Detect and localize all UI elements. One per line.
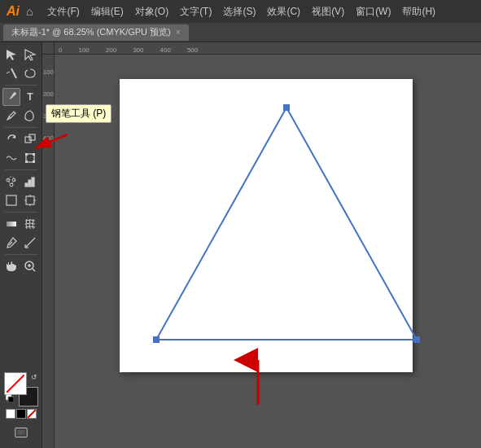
hand-tool-button[interactable] — [2, 257, 20, 275]
tool-row-shape — [2, 191, 40, 209]
tool-row-pencil — [2, 107, 40, 125]
tool-row-eyedropper — [2, 234, 40, 252]
triangle-shape[interactable] — [156, 108, 417, 340]
tool-row-gradient — [2, 215, 40, 233]
svg-rect-42 — [17, 430, 25, 435]
tool-row-warp — [2, 149, 40, 167]
tool-row-symbol — [2, 173, 40, 191]
svg-rect-14 — [25, 160, 28, 163]
svg-rect-24 — [26, 196, 34, 204]
menu-object[interactable]: 对象(O) — [130, 3, 173, 20]
menu-file[interactable]: 文件(F) — [42, 3, 84, 20]
measure-tool-button[interactable] — [21, 234, 39, 252]
anchor-top[interactable] — [283, 104, 290, 111]
black-swatch[interactable] — [16, 409, 26, 419]
menu-text[interactable]: 文字(T) — [175, 3, 216, 20]
title-bar: Ai ⌂ 文件(F) 编辑(E) 对象(O) 文字(T) 选择(S) 效果(C)… — [0, 0, 481, 23]
tool-row-zoom — [2, 257, 40, 275]
menu-help[interactable]: 帮助(H) — [397, 3, 440, 20]
main-layout: T — [0, 42, 481, 448]
shape-tool-button[interactable] — [2, 191, 20, 209]
zoom-tool-button[interactable] — [21, 257, 39, 275]
svg-rect-12 — [25, 153, 28, 156]
fill-color-box[interactable] — [5, 373, 26, 394]
artboard-tool-button[interactable] — [21, 191, 39, 209]
pencil-tool-button[interactable] — [2, 107, 20, 125]
select-tool-button[interactable] — [2, 46, 20, 64]
svg-marker-0 — [7, 50, 16, 60]
ruler-vertical: 0 100 200 300 400 — [42, 42, 55, 448]
svg-line-7 — [9, 116, 11, 118]
document-tab[interactable]: 未标题-1* @ 68.25% (CMYK/GPU 预览) × — [3, 24, 189, 41]
svg-marker-1 — [25, 50, 35, 60]
canvas-area[interactable] — [55, 55, 481, 448]
separator-3 — [5, 169, 37, 170]
separator-2 — [5, 127, 37, 128]
tool-row-magic — [2, 64, 40, 82]
home-icon[interactable]: ⌂ — [26, 5, 33, 18]
menu-bar: 文件(F) 编辑(E) 对象(O) 文字(T) 选择(S) 效果(C) 视图(V… — [42, 3, 440, 20]
svg-rect-21 — [28, 180, 31, 187]
column-chart-button[interactable] — [21, 173, 39, 191]
menu-window[interactable]: 窗口(W) — [351, 3, 396, 20]
svg-rect-23 — [7, 195, 16, 205]
svg-line-35 — [33, 269, 35, 271]
tool-row-rotate — [2, 130, 40, 148]
rotate-tool-button[interactable] — [2, 130, 20, 148]
lasso-tool-button[interactable] — [21, 64, 39, 82]
magic-wand-button[interactable] — [2, 64, 20, 82]
tool-row-select — [2, 46, 40, 64]
svg-line-31 — [25, 238, 35, 248]
tab-bar: 未标题-1* @ 68.25% (CMYK/GPU 预览) × — [0, 23, 481, 42]
ruler-corner — [42, 42, 55, 55]
mesh-tool-button[interactable] — [21, 215, 39, 233]
color-section: ↺ — [5, 370, 37, 445]
gradient-tool-button[interactable] — [2, 215, 20, 233]
free-transform-button[interactable] — [21, 149, 39, 167]
svg-rect-15 — [33, 160, 35, 163]
white-swatch[interactable] — [6, 409, 15, 419]
svg-point-19 — [8, 177, 15, 183]
canvas-svg — [55, 55, 481, 448]
ruler-horizontal: 0 100 200 300 400 500 — [55, 42, 481, 55]
separator-4 — [5, 212, 37, 213]
eyedropper-button[interactable] — [2, 234, 20, 252]
symbol-tool-button[interactable] — [2, 173, 20, 191]
none-swatch[interactable] — [27, 409, 37, 419]
svg-point-4 — [14, 93, 16, 95]
small-swatches — [6, 409, 37, 419]
svg-rect-22 — [32, 178, 34, 187]
svg-line-3 — [7, 72, 10, 73]
svg-rect-29 — [7, 222, 16, 226]
fill-stroke-group[interactable]: ↺ — [5, 373, 37, 406]
type-tool-button[interactable]: T — [21, 88, 39, 106]
pen-tool-button[interactable] — [2, 88, 20, 106]
anchor-bottom-right[interactable] — [413, 336, 420, 343]
menu-edit[interactable]: 编辑(E) — [86, 3, 129, 20]
screen-mode-button[interactable] — [6, 424, 37, 441]
menu-view[interactable]: 视图(V) — [307, 3, 349, 20]
default-colors-icon — [6, 393, 14, 405]
separator-1 — [5, 85, 37, 86]
svg-line-38 — [7, 375, 24, 393]
toolbar: T — [0, 42, 42, 448]
tool-row-pen: T — [2, 88, 40, 106]
svg-rect-40 — [8, 397, 14, 402]
app-logo: Ai — [7, 4, 20, 19]
svg-rect-20 — [25, 183, 28, 187]
screen-mode-section — [6, 424, 37, 441]
blob-brush-button[interactable] — [21, 107, 39, 125]
canvas-wrapper: 0 100 200 300 400 500 0 100 200 300 400 — [42, 42, 481, 448]
svg-point-18 — [10, 183, 13, 187]
scale-tool-button[interactable] — [21, 130, 39, 148]
anchor-bottom-left[interactable] — [153, 336, 160, 343]
swap-colors-icon: ↺ — [31, 373, 37, 381]
svg-rect-13 — [33, 153, 35, 156]
menu-effect[interactable]: 效果(C) — [262, 3, 305, 20]
warp-tool-button[interactable] — [2, 149, 20, 167]
separator-5 — [5, 254, 37, 255]
menu-select[interactable]: 选择(S) — [218, 3, 260, 20]
svg-line-2 — [11, 68, 16, 78]
direct-select-tool-button[interactable] — [21, 46, 39, 64]
tab-close-button[interactable]: × — [176, 28, 181, 37]
